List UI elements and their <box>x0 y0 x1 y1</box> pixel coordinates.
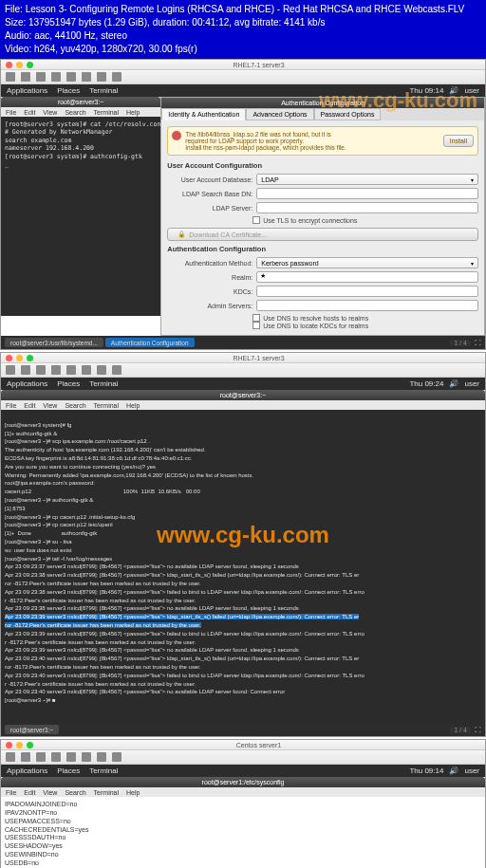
menu-search[interactable]: Search <box>65 109 85 116</box>
menu-file[interactable]: File <box>6 789 16 796</box>
tool-icon[interactable] <box>6 365 15 375</box>
warn-text-2: required for LDAP support to work proper… <box>185 138 346 144</box>
watermark: www.cg-ku.com <box>319 88 477 113</box>
menu-view[interactable]: View <box>43 402 57 409</box>
clock[interactable]: Thu 09:14 <box>409 766 443 775</box>
menu-applications[interactable]: Applications <box>7 86 47 95</box>
tool-icon[interactable] <box>6 752 15 762</box>
menu-places[interactable]: Places <box>57 766 80 775</box>
tool-icon[interactable] <box>112 752 122 762</box>
checkbox-tls[interactable] <box>252 216 260 224</box>
task-terminal[interactable]: root@server3:~ <box>5 725 59 734</box>
zoom-icon[interactable] <box>27 742 33 748</box>
menu-terminal[interactable]: Terminal <box>89 766 118 775</box>
checkbox-dns-realms[interactable] <box>252 314 260 322</box>
select-user-db[interactable]: LDAP▾ <box>256 174 478 185</box>
menu-edit[interactable]: Edit <box>24 109 35 116</box>
tab-advanced[interactable]: Advanced Options <box>246 108 313 120</box>
minimize-icon[interactable] <box>16 62 23 68</box>
terminal-title: root@server3:~ <box>1 97 160 107</box>
menu-search[interactable]: Search <box>65 402 85 409</box>
close-icon[interactable] <box>6 742 12 748</box>
tab-identity[interactable]: Identity & Authentication <box>161 108 246 120</box>
user-menu[interactable]: user <box>464 766 479 775</box>
menu-search[interactable]: Search <box>65 789 85 796</box>
tool-icon[interactable] <box>21 72 30 82</box>
download-cert-button[interactable]: 🔒Download CA Certificate... <box>167 228 478 241</box>
tool-icon[interactable] <box>97 365 106 375</box>
menu-file[interactable]: File <box>6 109 16 116</box>
tool-icon[interactable] <box>51 365 61 375</box>
menu-places[interactable]: Places <box>57 379 80 388</box>
sound-icon[interactable]: 🔊 <box>449 766 458 775</box>
menu-help[interactable]: Help <box>126 789 140 796</box>
install-button[interactable]: Install <box>443 135 474 147</box>
input-admin[interactable] <box>256 300 478 311</box>
tool-icon[interactable] <box>51 752 61 762</box>
sound-icon[interactable]: 🔊 <box>449 379 458 388</box>
menu-places[interactable]: Places <box>57 86 80 95</box>
tool-icon[interactable] <box>21 365 30 375</box>
tool-icon[interactable] <box>51 72 61 82</box>
menu-file[interactable]: File <box>6 402 16 409</box>
tool-icon[interactable] <box>82 365 91 375</box>
terminal-output[interactable]: [root@server3 system]# cat /etc/resolv.c… <box>1 117 160 316</box>
workspace-indicator[interactable]: 1 / 4 <box>450 727 471 733</box>
minimize-icon[interactable] <box>16 355 23 361</box>
label-realm: Realm: <box>167 274 252 281</box>
chevron-down-icon: ▾ <box>471 176 474 183</box>
user-menu[interactable]: user <box>464 379 479 388</box>
checkbox-dns-kdcs[interactable] <box>252 322 260 329</box>
menu-edit[interactable]: Edit <box>24 402 35 409</box>
zoom-icon[interactable] <box>27 355 33 361</box>
tool-icon[interactable] <box>82 72 91 82</box>
workspace-indicator[interactable]: 1 / 4 <box>450 340 471 346</box>
label-dns-kdcs: Use DNS to locate KDCs for realms <box>263 323 368 329</box>
task-authconfig[interactable]: Authentication Configuration <box>105 338 195 347</box>
menu-view[interactable]: View <box>43 109 57 116</box>
menu-terminal[interactable]: Terminal <box>89 379 118 388</box>
menu-help[interactable]: Help <box>126 402 140 409</box>
resize-icon[interactable]: ⛶ <box>475 340 481 346</box>
tool-icon[interactable] <box>112 72 122 82</box>
tool-icon[interactable] <box>36 72 46 82</box>
menu-edit[interactable]: Edit <box>24 789 35 796</box>
lock-icon: 🔒 <box>178 231 186 238</box>
menu-terminal[interactable]: Terminal <box>94 402 119 409</box>
clock[interactable]: Thu 09:24 <box>409 379 443 388</box>
resize-icon[interactable]: ⛶ <box>475 727 481 733</box>
tool-icon[interactable] <box>97 72 106 82</box>
close-icon[interactable] <box>6 62 12 68</box>
terminal-output[interactable]: [root@server3 system]# fg [1]+ authconfi… <box>1 410 485 723</box>
label-admin: Admin Servers: <box>167 303 252 309</box>
tool-icon[interactable] <box>66 72 76 82</box>
vim-editor[interactable]: IPADOMAINJOINED=no IPAV2NONTP=no USEPAMA… <box>1 797 485 868</box>
minimize-icon[interactable] <box>16 742 23 748</box>
tool-icon[interactable] <box>66 365 76 375</box>
tool-icon[interactable] <box>21 752 30 762</box>
menu-applications[interactable]: Applications <box>7 379 47 388</box>
zoom-icon[interactable] <box>27 62 33 68</box>
input-kdcs[interactable] <box>256 286 478 297</box>
menu-terminal[interactable]: Terminal <box>94 109 119 116</box>
tool-icon[interactable] <box>36 752 46 762</box>
tool-icon[interactable] <box>66 752 76 762</box>
task-terminal[interactable]: root@server3:/usr/lib/systemd... <box>5 338 103 347</box>
label-tls: Use TLS to encrypt connections <box>263 217 357 224</box>
input-basedn[interactable] <box>256 188 478 199</box>
input-ldap-server[interactable] <box>256 202 478 213</box>
warn-text-1: The /lib64/libnss_ldap.so.2 file was not… <box>185 131 346 138</box>
menu-help[interactable]: Help <box>126 109 140 116</box>
tool-icon[interactable] <box>82 752 91 762</box>
tool-icon[interactable] <box>112 365 122 375</box>
input-realm[interactable]: ★ <box>256 271 478 283</box>
close-icon[interactable] <box>6 355 12 361</box>
menu-applications[interactable]: Applications <box>7 766 47 775</box>
menu-terminal[interactable]: Terminal <box>94 789 119 796</box>
tool-icon[interactable] <box>97 752 106 762</box>
tool-icon[interactable] <box>6 72 15 82</box>
menu-terminal[interactable]: Terminal <box>89 86 118 95</box>
tool-icon[interactable] <box>36 365 46 375</box>
select-auth-method[interactable]: Kerberos password▾ <box>256 257 478 268</box>
menu-view[interactable]: View <box>43 789 57 796</box>
